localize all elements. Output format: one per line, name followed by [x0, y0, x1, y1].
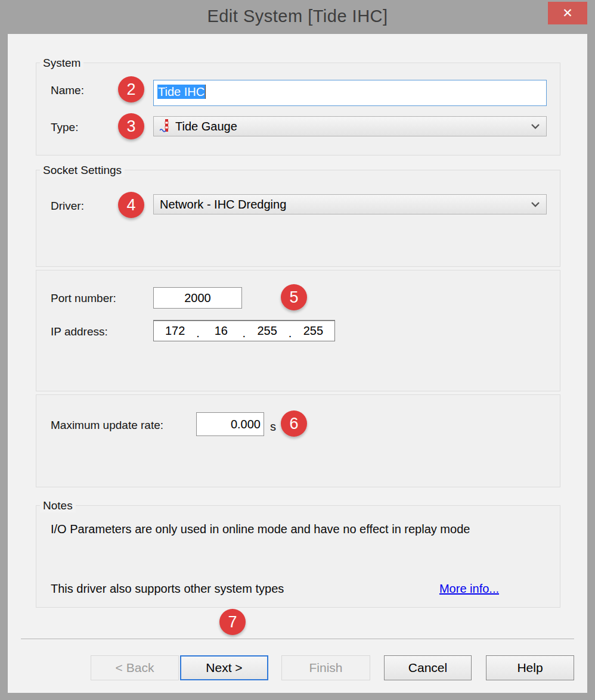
help-button[interactable]: Help [486, 655, 574, 680]
more-info-link[interactable]: More info... [439, 582, 499, 596]
chevron-down-icon [531, 201, 540, 207]
window-title: Edit System [Tide IHC] [0, 0, 595, 32]
cancel-button[interactable]: Cancel [384, 655, 472, 680]
titlebar: Edit System [Tide IHC] ✕ [0, 0, 595, 34]
max-update-rate-input[interactable]: 0.000 [196, 412, 264, 436]
ip-octet-2: 16 [200, 321, 242, 341]
port-number-input[interactable]: 2000 [153, 287, 242, 309]
next-button[interactable]: Next > [180, 655, 268, 680]
chevron-down-icon [531, 123, 540, 129]
annotation-badge-2: 2 [118, 76, 144, 102]
notes-line-2: This driver also supports other system t… [51, 582, 284, 596]
close-icon[interactable]: ✕ [548, 2, 587, 24]
name-input[interactable]: Tide IHC [153, 80, 547, 106]
annotation-badge-4: 4 [118, 192, 144, 218]
button-separator [21, 639, 574, 640]
ip-address-label: IP address: [51, 325, 108, 338]
type-dropdown[interactable]: Tide Gauge [153, 116, 547, 136]
annotation-badge-5: 5 [281, 284, 307, 310]
system-group-title: System [40, 57, 83, 70]
type-dropdown-value: Tide Gauge [175, 120, 531, 133]
socket-settings-group: Socket Settings Driver: 4 Network - IHC … [36, 170, 560, 267]
max-update-rate-label: Maximum update rate: [51, 419, 163, 432]
tide-gauge-icon [160, 119, 172, 134]
annotation-badge-6: 6 [281, 410, 307, 437]
type-label: Type: [51, 121, 78, 134]
annotation-badge-3: 3 [118, 113, 144, 139]
annotation-badge-7: 7 [219, 609, 246, 635]
ip-octet-3: 255 [246, 321, 289, 341]
driver-dropdown-value: Network - IHC Dredging [160, 198, 531, 211]
rate-unit-label: s [270, 420, 276, 434]
system-group: System Name: 2 Tide IHC Type: 3 Tide Gau… [36, 63, 560, 155]
back-button[interactable]: < Back [91, 655, 179, 680]
port-number-value: 2000 [184, 291, 211, 305]
ip-octet-4: 255 [292, 321, 334, 341]
ip-address-input[interactable]: 172 . 16 . 255 . 255 [153, 320, 335, 341]
socket-settings-group-title: Socket Settings [40, 164, 125, 177]
dialog-body: System Name: 2 Tide IHC Type: 3 Tide Gau… [8, 34, 587, 693]
port-number-label: Port number: [51, 292, 116, 305]
name-input-selected-text: Tide IHC [157, 85, 206, 99]
name-label: Name: [51, 84, 84, 97]
ip-octet-1: 172 [154, 321, 196, 341]
port-settings-panel: Port number: 2000 5 IP address: 172 . 16… [36, 270, 560, 391]
notes-group: Notes I/O Parameters are only used in on… [36, 505, 560, 608]
max-update-rate-value: 0.000 [231, 418, 261, 431]
driver-dropdown[interactable]: Network - IHC Dredging [153, 194, 547, 214]
driver-label: Driver: [51, 200, 84, 213]
finish-button[interactable]: Finish [281, 655, 370, 680]
notes-line-1: I/O Parameters are only used in online m… [51, 522, 470, 536]
update-rate-panel: Maximum update rate: 0.000 s 6 [36, 394, 560, 487]
notes-group-title: Notes [40, 499, 76, 512]
